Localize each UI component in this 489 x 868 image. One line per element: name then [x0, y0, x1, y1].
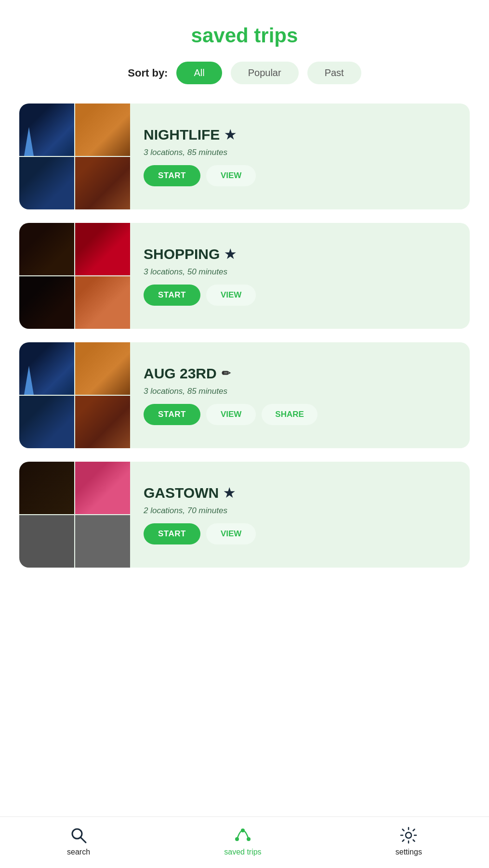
trip-image-1	[19, 342, 74, 395]
nav-item-saved-trips[interactable]: saved trips	[224, 826, 261, 856]
trip-title-text: SHOPPING	[144, 246, 220, 262]
trip-actions-gastown: START VIEW	[144, 523, 456, 544]
trip-image-4	[75, 515, 130, 568]
view-button-shopping[interactable]: VIEW	[206, 285, 256, 306]
trip-image-2	[75, 462, 130, 514]
nav-item-settings[interactable]: settings	[396, 826, 422, 856]
trip-content-nightlife: NIGHTLIFE ★ 3 locations, 85 minutes STAR…	[130, 104, 470, 209]
start-button-aug23rd[interactable]: START	[144, 404, 200, 425]
page-title: saved trips	[0, 0, 489, 62]
trip-images-aug23rd	[19, 342, 130, 448]
sort-btn-past[interactable]: Past	[307, 62, 361, 84]
trip-image-2	[75, 223, 130, 275]
trip-images-gastown	[19, 462, 130, 568]
trip-actions-shopping: START VIEW	[144, 285, 456, 306]
trip-name-aug23rd: AUG 23RD ✏	[144, 365, 456, 382]
sort-bar: Sort by: All Popular Past	[0, 62, 489, 84]
trip-actions-nightlife: START VIEW	[144, 165, 456, 186]
search-icon	[69, 826, 88, 845]
trip-name-gastown: GASTOWN ★	[144, 485, 456, 501]
trips-list: NIGHTLIFE ★ 3 locations, 85 minutes STAR…	[0, 104, 489, 568]
star-icon: ★	[225, 128, 236, 143]
trip-card-shopping: SHOPPING ★ 3 locations, 50 minutes START…	[19, 223, 470, 329]
trip-title-text: AUG 23RD	[144, 365, 217, 382]
sort-btn-all[interactable]: All	[176, 62, 222, 84]
svg-point-5	[406, 832, 411, 838]
edit-icon[interactable]: ✏	[222, 367, 230, 380]
trip-meta-shopping: 3 locations, 50 minutes	[144, 267, 456, 277]
trip-card-nightlife: NIGHTLIFE ★ 3 locations, 85 minutes STAR…	[19, 104, 470, 209]
trip-content-shopping: SHOPPING ★ 3 locations, 50 minutes START…	[130, 223, 470, 329]
view-button-gastown[interactable]: VIEW	[206, 523, 256, 544]
trip-image-4	[75, 157, 130, 209]
nav-label-settings: settings	[396, 848, 422, 856]
trip-name-nightlife: NIGHTLIFE ★	[144, 127, 456, 143]
trip-image-3	[19, 515, 74, 568]
trip-image-1	[19, 462, 74, 514]
trip-images-shopping	[19, 223, 130, 329]
star-icon: ★	[225, 247, 236, 262]
view-button-nightlife[interactable]: VIEW	[206, 165, 256, 186]
trip-image-1	[19, 223, 74, 275]
trip-images-nightlife	[19, 104, 130, 209]
view-button-aug23rd[interactable]: VIEW	[206, 404, 256, 425]
nav-item-search[interactable]: search	[67, 826, 90, 856]
settings-icon	[399, 826, 418, 845]
nav-label-saved-trips: saved trips	[224, 848, 261, 856]
trip-image-3	[19, 396, 74, 448]
trip-title-text: GASTOWN	[144, 485, 219, 501]
sort-label: Sort by:	[128, 67, 168, 79]
trip-image-2	[75, 104, 130, 156]
bottom-nav: search saved trips settings	[0, 816, 489, 868]
trip-image-3	[19, 276, 74, 329]
share-button-aug23rd[interactable]: SHARE	[262, 404, 317, 425]
saved-trips-icon	[233, 826, 252, 845]
trip-meta-aug23rd: 3 locations, 85 minutes	[144, 387, 456, 396]
start-button-shopping[interactable]: START	[144, 285, 200, 306]
star-icon: ★	[224, 486, 235, 501]
sort-btn-popular[interactable]: Popular	[231, 62, 299, 84]
trip-image-1	[19, 104, 74, 156]
trip-card-aug23rd: AUG 23RD ✏ 3 locations, 85 minutes START…	[19, 342, 470, 448]
start-button-nightlife[interactable]: START	[144, 165, 200, 186]
trip-image-4	[75, 276, 130, 329]
trip-meta-gastown: 2 locations, 70 minutes	[144, 506, 456, 516]
trip-content-aug23rd: AUG 23RD ✏ 3 locations, 85 minutes START…	[130, 342, 470, 448]
nav-label-search: search	[67, 848, 90, 856]
trip-title-text: NIGHTLIFE	[144, 127, 220, 143]
trip-image-2	[75, 342, 130, 395]
trip-card-gastown: GASTOWN ★ 2 locations, 70 minutes START …	[19, 462, 470, 568]
trip-meta-nightlife: 3 locations, 85 minutes	[144, 148, 456, 157]
start-button-gastown[interactable]: START	[144, 523, 200, 544]
svg-line-1	[80, 837, 86, 842]
trip-content-gastown: GASTOWN ★ 2 locations, 70 minutes START …	[130, 462, 470, 568]
trip-name-shopping: SHOPPING ★	[144, 246, 456, 262]
trip-image-4	[75, 396, 130, 448]
trip-actions-aug23rd: START VIEW SHARE	[144, 404, 456, 425]
trip-image-3	[19, 157, 74, 209]
